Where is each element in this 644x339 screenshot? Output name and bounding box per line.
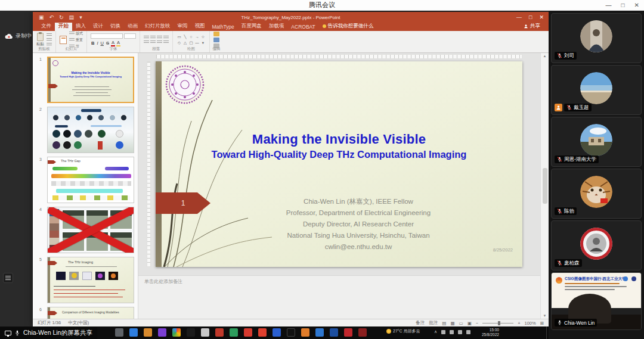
taskbar-app-icon[interactable] bbox=[201, 328, 209, 337]
tray-keyboard-icon[interactable] bbox=[466, 330, 470, 334]
notes-pane[interactable]: 单击此处添加备注 bbox=[138, 275, 540, 319]
close-icon[interactable]: ✕ bbox=[634, 0, 639, 11]
comments-toggle[interactable]: 批注 bbox=[429, 320, 438, 326]
taskbar-app-icon[interactable] bbox=[258, 328, 267, 337]
recording-indicator[interactable]: 录制中 bbox=[5, 32, 32, 40]
participant-tile[interactable]: 刘司 bbox=[551, 13, 642, 63]
indent-icon[interactable] bbox=[157, 36, 162, 39]
replace-icon[interactable] bbox=[213, 38, 219, 42]
tab-home[interactable]: 开始 bbox=[55, 21, 72, 31]
participant-tile[interactable]: 陈勃 bbox=[551, 169, 642, 219]
taskbar-app-icon[interactable] bbox=[172, 328, 181, 337]
zoom-slider[interactable] bbox=[482, 323, 513, 324]
tab-file[interactable]: 文件 bbox=[38, 21, 55, 31]
line-spacing-icon[interactable] bbox=[163, 36, 169, 39]
taskbar-clock[interactable]: 15:00 25/8/2022 bbox=[482, 328, 499, 337]
minimize-icon[interactable]: — bbox=[606, 0, 612, 11]
layout-button[interactable]: 版式 bbox=[69, 31, 83, 36]
tab-baidu-netdisk[interactable]: 百度网盘 bbox=[238, 21, 265, 31]
taskbar-app-icon[interactable] bbox=[144, 328, 152, 337]
zoom-in-icon[interactable]: + bbox=[518, 321, 520, 326]
cut-icon[interactable] bbox=[47, 33, 52, 37]
ppt-maximize-icon[interactable]: □ bbox=[529, 14, 532, 20]
participant-tile-video[interactable]: CSIG图像图形中国行-西北工业大学 Chia-Wen Lin bbox=[551, 272, 642, 330]
ppt-close-icon[interactable]: ✕ bbox=[539, 14, 544, 20]
tab-review[interactable]: 审阅 bbox=[174, 21, 191, 31]
reading-view-icon[interactable]: ▭ bbox=[459, 321, 463, 326]
slide-editor[interactable]: Making the Invisible Visible Toward High… bbox=[156, 61, 522, 267]
participant-tile[interactable]: 周恩-湖南大学 bbox=[551, 117, 642, 167]
taskbar-app-icon[interactable] bbox=[230, 328, 238, 337]
slide-thumbnail-2[interactable] bbox=[47, 107, 134, 153]
taskbar-app-icon[interactable] bbox=[287, 328, 295, 337]
font-color-button[interactable]: A bbox=[111, 40, 115, 46]
copy-icon[interactable] bbox=[47, 38, 52, 42]
meeting-panel-toggle[interactable] bbox=[3, 273, 13, 283]
tab-insert[interactable]: 插入 bbox=[72, 21, 89, 31]
tell-me-box[interactable]: 告诉我你想要做什么 bbox=[319, 21, 377, 31]
notes-toggle[interactable]: 备注 bbox=[416, 320, 425, 326]
maximize-icon[interactable]: □ bbox=[621, 0, 625, 11]
font-size-combobox[interactable] bbox=[124, 33, 136, 39]
tray-input-icon[interactable] bbox=[458, 330, 462, 334]
highlight-button[interactable]: A bbox=[116, 40, 120, 46]
slide-thumbnail-4[interactable] bbox=[47, 207, 134, 253]
align-right-icon[interactable] bbox=[157, 41, 162, 44]
shapes-gallery[interactable]: ▭ ╲ ○ → ☆ ◇ △ ▢ — ▾ bbox=[177, 35, 206, 46]
tab-mathtype[interactable]: MathType bbox=[209, 23, 238, 31]
slide-thumbnail-5[interactable]: The THz Imaging bbox=[47, 257, 134, 303]
zoom-out-icon[interactable]: − bbox=[476, 321, 478, 326]
bullets-icon[interactable] bbox=[144, 36, 149, 39]
tray-network-icon[interactable] bbox=[441, 330, 445, 334]
share-button[interactable]: 共享 bbox=[521, 21, 543, 31]
tab-animations[interactable]: 动画 bbox=[124, 21, 141, 31]
align-left-icon[interactable] bbox=[144, 41, 149, 44]
strikethrough-button[interactable]: S bbox=[106, 41, 110, 46]
find-icon[interactable] bbox=[213, 32, 219, 36]
taskbar-app-icon[interactable] bbox=[244, 328, 252, 337]
scroll-down-icon[interactable]: ▼ bbox=[543, 314, 547, 318]
slide-thumbnail-6[interactable]: Comparison of Different Imaging Modaliti… bbox=[47, 307, 134, 319]
normal-view-icon[interactable]: ▤ bbox=[442, 321, 446, 326]
tray-volume-icon[interactable] bbox=[450, 330, 454, 334]
taskbar-app-icon[interactable] bbox=[301, 328, 309, 337]
slideshow-view-icon[interactable]: ▣ bbox=[467, 321, 472, 326]
bold-button[interactable]: B bbox=[91, 41, 95, 46]
tab-acrobat[interactable]: ACROBAT bbox=[287, 23, 318, 31]
taskbar-app-icon[interactable] bbox=[330, 328, 338, 337]
taskbar-app-icon[interactable] bbox=[273, 328, 281, 337]
scrollbar-thumb[interactable] bbox=[543, 168, 547, 204]
taskbar-app-icon[interactable] bbox=[315, 328, 324, 337]
new-slide-button[interactable] bbox=[60, 36, 67, 44]
font-name-combobox[interactable] bbox=[91, 33, 123, 39]
italic-button[interactable]: I bbox=[96, 41, 98, 46]
tab-addins[interactable]: 加载项 bbox=[265, 21, 288, 31]
taskbar-app-icon[interactable] bbox=[344, 328, 352, 337]
zoom-level[interactable]: 100% bbox=[525, 321, 536, 326]
numbering-icon[interactable] bbox=[150, 36, 156, 39]
task-view-icon[interactable] bbox=[115, 328, 123, 337]
scroll-up-icon[interactable]: ▲ bbox=[543, 54, 547, 58]
paste-button[interactable]: 粘贴 bbox=[36, 33, 44, 47]
tab-transitions[interactable]: 切换 bbox=[107, 21, 124, 31]
participant-tile[interactable]: 庞柏森 bbox=[551, 220, 642, 270]
slide-sorter-icon[interactable]: ▦ bbox=[450, 321, 454, 326]
weather-widget[interactable]: 27°C 局部多云 bbox=[386, 328, 420, 334]
tab-design[interactable]: 设计 bbox=[89, 21, 107, 31]
fit-to-window-icon[interactable]: ⊞ bbox=[540, 321, 544, 326]
tab-slideshow[interactable]: 幻灯片放映 bbox=[141, 21, 174, 31]
tab-view[interactable]: 视图 bbox=[191, 21, 209, 31]
taskbar-app-icon[interactable] bbox=[358, 328, 367, 337]
slide-thumbnail-3[interactable]: The THz Gap bbox=[47, 157, 134, 203]
columns-icon[interactable] bbox=[163, 41, 169, 44]
horizontal-ruler[interactable] bbox=[156, 54, 522, 59]
ppt-minimize-icon[interactable]: — bbox=[516, 14, 522, 20]
align-center-icon[interactable] bbox=[150, 41, 156, 44]
taskbar-app-icon[interactable] bbox=[215, 328, 224, 337]
language-indicator[interactable]: 中文(中国) bbox=[68, 320, 89, 326]
slide-thumbnail-1[interactable]: Making the Invisible Visible Toward High… bbox=[47, 57, 134, 103]
taskbar-app-icon[interactable] bbox=[158, 328, 166, 337]
underline-button[interactable]: U bbox=[100, 41, 104, 46]
zoom-knob[interactable] bbox=[498, 321, 500, 325]
reset-button[interactable]: 重置 bbox=[69, 38, 83, 43]
